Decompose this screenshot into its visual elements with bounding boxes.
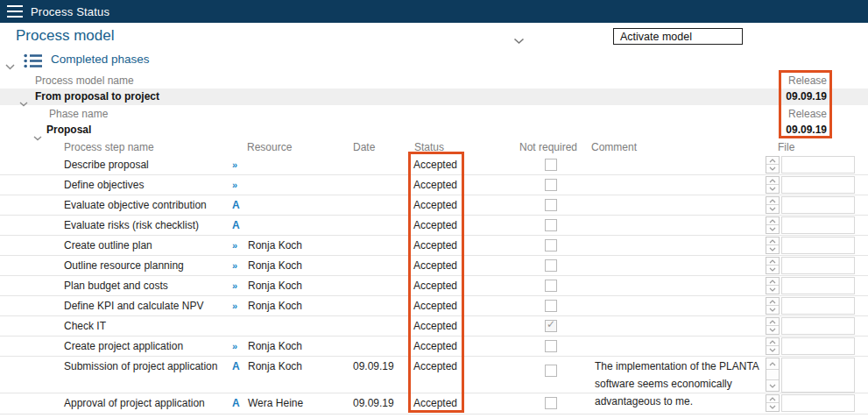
- stepper-down-icon[interactable]: [766, 266, 779, 273]
- file-input[interactable]: [781, 216, 855, 234]
- not-required-checkbox[interactable]: [545, 340, 557, 352]
- table-row: Check IT Accepted: [0, 316, 868, 337]
- stepper-down-icon[interactable]: [766, 286, 779, 294]
- activate-model-button[interactable]: Activate model: [613, 28, 743, 45]
- file-input[interactable]: [781, 257, 855, 274]
- stepper-up-icon[interactable]: [766, 177, 779, 185]
- table-row: Define KPI and calculate NPV » Ronja Koc…: [0, 296, 868, 316]
- stepper-up-icon[interactable]: [766, 318, 779, 326]
- stepper-up-icon[interactable]: [766, 197, 779, 205]
- file-stepper[interactable]: [766, 277, 780, 294]
- process-step-name: Outline resource planning: [64, 256, 184, 275]
- file-stepper[interactable]: [766, 216, 780, 234]
- file-input[interactable]: [781, 358, 855, 393]
- not-required-checkbox[interactable]: [545, 199, 557, 211]
- file-input[interactable]: [781, 394, 855, 412]
- not-required-checkbox[interactable]: [545, 159, 557, 171]
- chevron-down-icon[interactable]: [513, 32, 525, 48]
- not-required-checkbox[interactable]: [545, 365, 557, 377]
- not-required-checkbox[interactable]: [545, 259, 557, 272]
- process-steps: Describe proposal » Accepted Define obje…: [0, 155, 868, 414]
- col-header-resource: Resource: [247, 141, 292, 153]
- phase-name-header: Phase name: [49, 108, 108, 120]
- file-input[interactable]: [781, 277, 855, 294]
- not-required-checkbox[interactable]: [545, 239, 557, 252]
- resource-name: Ronja Koch: [248, 358, 302, 375]
- stepper-up-icon[interactable]: [766, 217, 779, 225]
- file-input[interactable]: [781, 237, 855, 254]
- table-row: Submission of project application A Ronj…: [0, 357, 868, 393]
- title-bar: Process Status: [0, 0, 868, 23]
- process-step-name: Create outline plan: [64, 236, 152, 255]
- not-required-checkbox[interactable]: [545, 179, 557, 191]
- stepper-down-icon[interactable]: [766, 185, 779, 193]
- file-stepper[interactable]: [766, 317, 780, 335]
- file-input[interactable]: [781, 156, 855, 174]
- list-icon: [24, 53, 42, 72]
- section-collapse-chevron-icon[interactable]: [5, 58, 15, 74]
- file-stepper[interactable]: [766, 237, 780, 254]
- table-row: Evaluate risks (risk checklist) A Accept…: [0, 216, 868, 236]
- stepper-down-icon[interactable]: [766, 379, 779, 391]
- file-stepper[interactable]: [766, 337, 780, 355]
- file-input[interactable]: [781, 196, 855, 214]
- table-row: Create project application » Ronja Koch …: [0, 337, 868, 357]
- table-row: Define objectives » Accepted: [0, 175, 868, 195]
- steps-table-header: Process step name Resource Date Status N…: [0, 139, 868, 155]
- phase-row[interactable]: Proposal 09.09.19: [0, 123, 868, 139]
- phase-column-headers: Phase name Release: [0, 107, 868, 122]
- completed-phases-section: Completed phases: [0, 49, 868, 74]
- section-title[interactable]: Completed phases: [51, 53, 150, 66]
- stepper-up-icon[interactable]: [766, 278, 779, 286]
- stepper-up-icon[interactable]: [766, 258, 779, 266]
- process-status-window: Process Status Process model Activate mo…: [0, 0, 868, 418]
- stepper-down-icon[interactable]: [766, 205, 779, 213]
- file-input[interactable]: [781, 297, 855, 315]
- col-header-file: File: [778, 141, 794, 153]
- table-row: Evaluate objective contribution A Accept…: [0, 195, 868, 216]
- step-date: 09.09.19: [353, 358, 394, 375]
- step-status: Accepted: [413, 276, 457, 295]
- process-model-row[interactable]: From proposal to project 09.09.19: [0, 89, 868, 105]
- not-required-checkbox[interactable]: [545, 219, 557, 231]
- file-input[interactable]: [781, 317, 855, 335]
- stepper-up-icon[interactable]: [766, 338, 779, 346]
- resource-name: Ronja Koch: [248, 236, 302, 255]
- process-model-name-header: Process model name: [35, 74, 134, 87]
- resource-type-icon: A: [232, 358, 244, 375]
- file-stepper[interactable]: [766, 394, 780, 412]
- file-input[interactable]: [781, 176, 855, 194]
- file-stepper[interactable]: [766, 156, 780, 174]
- stepper-up-icon[interactable]: [766, 395, 779, 403]
- file-stepper[interactable]: [766, 297, 780, 315]
- stepper-down-icon[interactable]: [766, 403, 779, 411]
- stepper-up-icon[interactable]: [766, 358, 779, 370]
- process-step-name: Evaluate risks (risk checklist): [64, 216, 199, 235]
- resource-type-icon: »: [232, 155, 244, 174]
- stepper-down-icon[interactable]: [766, 326, 779, 334]
- file-stepper[interactable]: [766, 358, 780, 392]
- not-required-checkbox[interactable]: [545, 300, 557, 312]
- step-status: Accepted: [413, 155, 457, 174]
- stepper-up-icon[interactable]: [766, 157, 779, 165]
- stepper-up-icon[interactable]: [766, 237, 779, 245]
- stepper-down-icon[interactable]: [766, 245, 779, 253]
- file-stepper[interactable]: [766, 176, 780, 194]
- not-required-checkbox[interactable]: [545, 397, 557, 409]
- table-row: Outline resource planning » Ronja Koch A…: [0, 256, 868, 276]
- stepper-down-icon[interactable]: [766, 346, 779, 354]
- resource-type-icon: »: [232, 337, 244, 356]
- col-header-comment: Comment: [591, 141, 637, 153]
- not-required-checkbox[interactable]: [545, 320, 557, 332]
- file-stepper[interactable]: [766, 196, 780, 214]
- resource-type-icon: »: [232, 296, 244, 315]
- file-input[interactable]: [781, 337, 855, 355]
- stepper-down-icon[interactable]: [766, 306, 779, 314]
- stepper-down-icon[interactable]: [766, 165, 779, 173]
- hamburger-menu-icon[interactable]: [7, 5, 23, 18]
- step-status: Accepted: [413, 195, 457, 215]
- file-stepper[interactable]: [766, 257, 780, 274]
- stepper-down-icon[interactable]: [766, 225, 779, 233]
- not-required-checkbox[interactable]: [545, 280, 557, 292]
- stepper-up-icon[interactable]: [766, 298, 779, 306]
